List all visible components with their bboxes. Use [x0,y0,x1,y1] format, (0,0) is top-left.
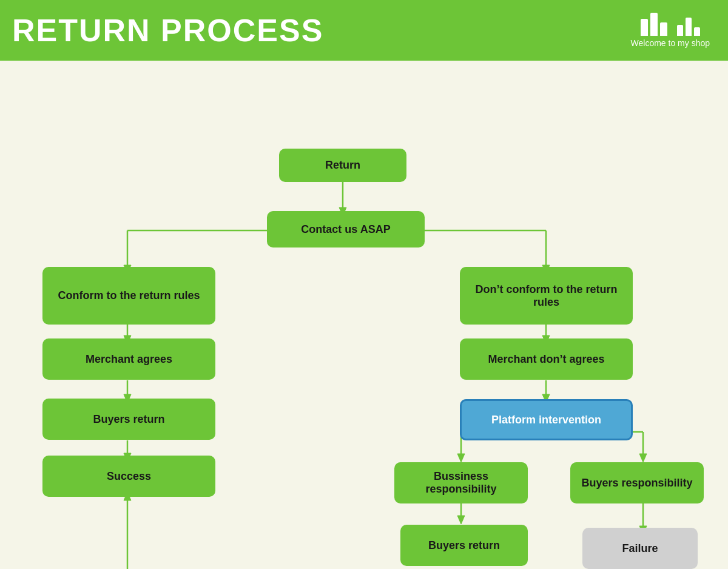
return-node: Return [279,149,406,182]
building-icon [641,13,700,36]
buyers-return-left-node: Buyers return [42,399,215,440]
svg-marker-23 [639,454,647,462]
header: RETURN PROCESS Welcome to my shop [0,0,728,61]
merchant-disagrees-node: Merchant don’t agrees [460,338,633,380]
logo: Welcome to my shop [631,13,710,48]
success-node: Success [42,456,215,497]
dont-conform-node: Don’t conform to the return rules [460,267,633,325]
biz-responsibility-node: Bussiness responsibility [394,462,528,503]
diagram: Return Contact us ASAP Conform to the re… [0,61,728,569]
svg-marker-25 [457,516,465,524]
buyers-return-right-node: Buyers return [400,525,528,566]
svg-marker-20 [457,454,465,462]
logo-text: Welcome to my shop [631,38,710,48]
failure-node: Failure [582,528,698,569]
buyers-responsibility-node: Buyers responsibility [570,462,704,503]
merchant-agrees-node: Merchant agrees [42,338,215,380]
platform-node: Platform intervention [460,399,633,440]
contact-node: Contact us ASAP [267,211,425,247]
page-title: RETURN PROCESS [12,12,323,49]
conform-node: Conform to the return rules [42,267,215,325]
